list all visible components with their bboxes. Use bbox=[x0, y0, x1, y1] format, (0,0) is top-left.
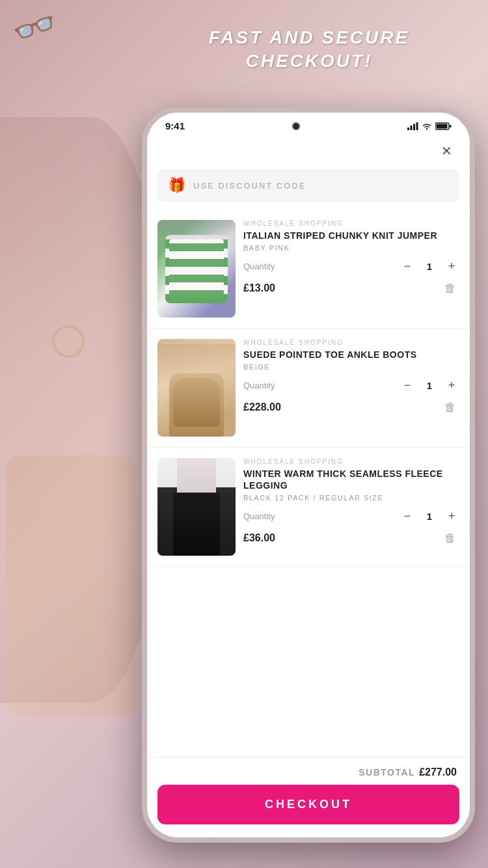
item-2-quantity-row: Quantity − 1 + bbox=[243, 377, 459, 393]
item-2-increase-button[interactable]: + bbox=[444, 377, 459, 393]
item-1-image bbox=[157, 220, 236, 318]
svg-rect-0 bbox=[407, 128, 409, 130]
wifi-icon bbox=[422, 122, 432, 130]
phone-screen: 9:41 bbox=[147, 113, 470, 837]
subtotal-amount: £277.00 bbox=[419, 766, 457, 778]
item-2-qty-label: Quantity bbox=[243, 381, 392, 390]
subtotal-label: SUBTOTAL bbox=[359, 767, 415, 778]
item-3-delete-button[interactable]: 🗑 bbox=[441, 529, 459, 547]
item-2-price: £228.00 bbox=[243, 401, 281, 413]
status-bar: 9:41 bbox=[147, 113, 470, 135]
svg-rect-5 bbox=[450, 125, 452, 128]
cart-item-1: WHOLESALE SHOPPING ITALIAN STRIPED CHUNK… bbox=[147, 210, 470, 329]
cart-list[interactable]: WHOLESALE SHOPPING ITALIAN STRIPED CHUNK… bbox=[147, 210, 470, 757]
item-3-shop: WHOLESALE SHOPPING bbox=[243, 458, 459, 465]
cart-item-3: WHOLESALE SHOPPING WINTER WARM THICK SEA… bbox=[147, 448, 470, 567]
item-3-qty-value: 1 bbox=[423, 511, 436, 522]
item-2-image bbox=[157, 339, 236, 437]
item-2-variant: BEIGE bbox=[243, 363, 459, 371]
item-1-price: £13.00 bbox=[243, 282, 275, 294]
close-button[interactable]: ✕ bbox=[436, 141, 457, 161]
discount-row[interactable]: 🎁 USE DISCOUNT CODE bbox=[157, 169, 459, 202]
svg-rect-3 bbox=[416, 122, 418, 130]
item-2-price-row: £228.00 🗑 bbox=[243, 398, 459, 416]
header-line2: CHECKOUT! bbox=[143, 49, 475, 73]
item-1-variant: BABY PINK bbox=[243, 244, 459, 252]
item-1-name: ITALIAN STRIPED CHUNKY KNIT JUMPER bbox=[243, 230, 459, 241]
item-1-qty-value: 1 bbox=[423, 261, 436, 272]
header-line1: FAST AND SECURE bbox=[143, 26, 475, 49]
item-3-name: WINTER WARM THICK SEAMLESS FLEECE LEGGIN… bbox=[243, 468, 459, 491]
close-row: ✕ bbox=[147, 135, 470, 164]
item-3-image bbox=[157, 458, 236, 556]
item-1-details: WHOLESALE SHOPPING ITALIAN STRIPED CHUNK… bbox=[243, 220, 459, 318]
item-1-delete-button[interactable]: 🗑 bbox=[441, 279, 459, 297]
battery-icon bbox=[435, 122, 452, 130]
item-3-price-row: £36.00 🗑 bbox=[243, 529, 459, 547]
item-3-decrease-button[interactable]: − bbox=[400, 508, 415, 524]
item-1-decrease-button[interactable]: − bbox=[400, 258, 415, 274]
item-2-decrease-button[interactable]: − bbox=[400, 377, 415, 393]
checkout-button[interactable]: CHECKOUT bbox=[157, 785, 459, 824]
item-1-quantity-row: Quantity − 1 + bbox=[243, 258, 459, 274]
item-3-price: £36.00 bbox=[243, 532, 275, 544]
item-3-variant: BLACK 12 PACK / REGULAR SIZE bbox=[243, 494, 459, 502]
status-time: 9:41 bbox=[165, 120, 185, 131]
signal-icon bbox=[407, 122, 418, 130]
phone-frame: 9:41 bbox=[142, 107, 475, 843]
item-1-qty-label: Quantity bbox=[243, 262, 392, 271]
gift-icon: 🎁 bbox=[168, 177, 185, 194]
bottom-bar: SUBTOTAL £277.00 CHECKOUT bbox=[147, 757, 470, 837]
subtotal-row: SUBTOTAL £277.00 bbox=[147, 757, 470, 785]
svg-rect-1 bbox=[411, 126, 413, 130]
item-1-shop: WHOLESALE SHOPPING bbox=[243, 220, 459, 227]
status-icons bbox=[407, 122, 452, 130]
item-3-quantity-row: Quantity − 1 + bbox=[243, 508, 459, 524]
item-2-qty-value: 1 bbox=[423, 380, 436, 391]
cart-item-2: WHOLESALE SHOPPING SUEDE POINTED TOE ANK… bbox=[147, 329, 470, 448]
item-2-name: SUEDE POINTED TOE ANKLE BOOTS bbox=[243, 349, 459, 360]
checkout-label: CHECKOUT bbox=[265, 798, 352, 811]
item-3-details: WHOLESALE SHOPPING WINTER WARM THICK SEA… bbox=[243, 458, 459, 556]
item-2-delete-button[interactable]: 🗑 bbox=[441, 398, 459, 416]
svg-rect-2 bbox=[413, 124, 415, 130]
item-1-price-row: £13.00 🗑 bbox=[243, 279, 459, 297]
camera-notch bbox=[292, 122, 300, 130]
item-2-details: WHOLESALE SHOPPING SUEDE POINTED TOE ANK… bbox=[243, 339, 459, 437]
item-2-shop: WHOLESALE SHOPPING bbox=[243, 339, 459, 346]
page-header: FAST AND SECURE CHECKOUT! bbox=[143, 26, 475, 74]
item-1-increase-button[interactable]: + bbox=[444, 258, 459, 274]
svg-rect-6 bbox=[437, 124, 448, 128]
item-3-increase-button[interactable]: + bbox=[444, 508, 459, 524]
discount-label: USE DISCOUNT CODE bbox=[193, 181, 306, 191]
item-3-qty-label: Quantity bbox=[243, 511, 392, 521]
